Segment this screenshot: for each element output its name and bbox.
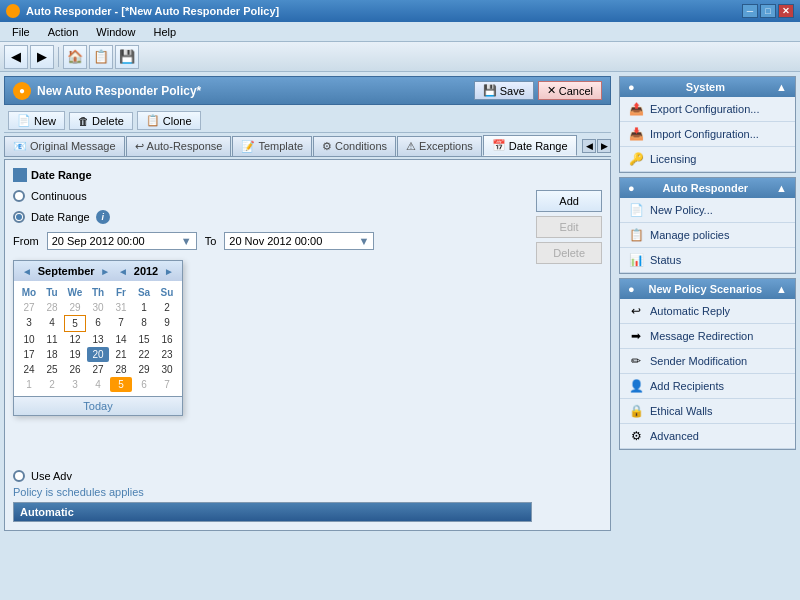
sidebar-item-status[interactable]: 📊 Status <box>620 248 795 273</box>
sidebar-item-ethical-walls[interactable]: 🔒 Ethical Walls <box>620 399 795 424</box>
sidebar-item-new-policy[interactable]: 📄 New Policy... <box>620 198 795 223</box>
cal-cell[interactable]: 7 <box>110 315 132 332</box>
cal-cell[interactable]: 16 <box>156 332 178 347</box>
from-dropdown-arrow[interactable]: ▼ <box>181 235 192 247</box>
cal-cell[interactable]: 21 <box>110 347 132 362</box>
cal-cell[interactable]: 17 <box>18 347 40 362</box>
cal-cell[interactable]: 24 <box>18 362 40 377</box>
autoresponder-collapse-icon[interactable]: ▲ <box>776 182 787 194</box>
cal-cell[interactable]: 10 <box>18 332 40 347</box>
tab-exceptions[interactable]: ⚠ Exceptions <box>397 136 482 156</box>
next-month-btn[interactable]: ► <box>98 266 112 277</box>
today-button[interactable]: Today <box>14 396 182 415</box>
prev-month-btn[interactable]: ◄ <box>20 266 34 277</box>
cal-cell[interactable]: 2 <box>156 300 178 315</box>
cal-cell[interactable]: 28 <box>110 362 132 377</box>
cancel-button[interactable]: ✕ Cancel <box>538 81 602 100</box>
edit-button[interactable]: Edit <box>536 216 602 238</box>
cal-cell[interactable]: 6 <box>133 377 155 392</box>
sidebar-item-add-recipients[interactable]: 👤 Add Recipients <box>620 374 795 399</box>
cal-cell[interactable]: 28 <box>41 300 63 315</box>
system-collapse-icon[interactable]: ▲ <box>776 81 787 93</box>
cal-cell[interactable]: 30 <box>156 362 178 377</box>
sidebar-item-advanced[interactable]: ⚙ Advanced <box>620 424 795 449</box>
cal-cell[interactable]: 8 <box>133 315 155 332</box>
cal-cell[interactable]: 27 <box>18 300 40 315</box>
home-button[interactable]: 🏠 <box>63 45 87 69</box>
cal-cell[interactable]: 18 <box>41 347 63 362</box>
tab-original-message[interactable]: 📧 Original Message <box>4 136 125 156</box>
menu-help[interactable]: Help <box>145 24 184 40</box>
menu-action[interactable]: Action <box>40 24 87 40</box>
cal-cell[interactable]: 6 <box>87 315 109 332</box>
cal-cell-today[interactable]: 5 <box>110 377 132 392</box>
next-year-btn[interactable]: ► <box>162 266 176 277</box>
to-dropdown-arrow[interactable]: ▼ <box>358 235 369 247</box>
cal-cell[interactable]: 30 <box>87 300 109 315</box>
tab-template[interactable]: 📝 Template <box>232 136 312 156</box>
cal-cell[interactable]: 31 <box>110 300 132 315</box>
cal-cell[interactable]: 1 <box>133 300 155 315</box>
info-icon[interactable]: i <box>96 210 110 224</box>
cal-cell[interactable]: 15 <box>133 332 155 347</box>
prev-year-btn[interactable]: ◄ <box>116 266 130 277</box>
cal-cell[interactable]: 13 <box>87 332 109 347</box>
cal-cell[interactable]: 29 <box>64 300 86 315</box>
menu-window[interactable]: Window <box>88 24 143 40</box>
tab-date-range[interactable]: 📅 Date Range <box>483 135 577 156</box>
sidebar-item-export[interactable]: 📤 Export Configuration... <box>620 97 795 122</box>
new-action-button[interactable]: 📄 New <box>8 111 65 130</box>
cal-cell[interactable]: 5 <box>64 315 86 332</box>
tab-conditions[interactable]: ⚙ Conditions <box>313 136 396 156</box>
menu-file[interactable]: File <box>4 24 38 40</box>
tab-prev-btn[interactable]: ◀ <box>582 139 596 153</box>
cal-cell[interactable]: 19 <box>64 347 86 362</box>
cal-cell[interactable]: 29 <box>133 362 155 377</box>
scenarios-collapse-icon[interactable]: ▲ <box>776 283 787 295</box>
sidebar-item-import[interactable]: 📥 Import Configuration... <box>620 122 795 147</box>
save-button[interactable]: 💾 Save <box>474 81 534 100</box>
cal-cell[interactable]: 11 <box>41 332 63 347</box>
sidebar-item-manage-policies[interactable]: 📋 Manage policies <box>620 223 795 248</box>
delete-button[interactable]: Delete <box>536 242 602 264</box>
forward-button[interactable]: ▶ <box>30 45 54 69</box>
maximize-btn[interactable]: □ <box>760 4 776 18</box>
continuous-option[interactable]: Continuous <box>13 190 532 202</box>
cal-cell[interactable]: 9 <box>156 315 178 332</box>
cal-cell[interactable]: 25 <box>41 362 63 377</box>
sidebar-item-sender-modification[interactable]: ✏ Sender Modification <box>620 349 795 374</box>
cal-cell[interactable]: 7 <box>156 377 178 392</box>
window-controls[interactable]: ─ □ ✕ <box>742 4 794 18</box>
cal-cell[interactable]: 26 <box>64 362 86 377</box>
cal-cell[interactable]: 3 <box>64 377 86 392</box>
tab-auto-response[interactable]: ↩ Auto-Response <box>126 136 232 156</box>
clone-action-button[interactable]: 📋 Clone <box>137 111 201 130</box>
from-date-input[interactable]: 20 Sep 2012 00:00 ▼ <box>47 232 197 250</box>
daterange-option[interactable]: Date Range i <box>13 210 532 224</box>
cal-cell[interactable]: 1 <box>18 377 40 392</box>
cal-cell[interactable]: 3 <box>18 315 40 332</box>
add-button[interactable]: Add <box>536 190 602 212</box>
minimize-btn[interactable]: ─ <box>742 4 758 18</box>
cal-cell[interactable]: 27 <box>87 362 109 377</box>
save-toolbar-button[interactable]: 💾 <box>115 45 139 69</box>
cal-cell-selected[interactable]: 20 <box>87 347 109 362</box>
cal-cell[interactable]: 22 <box>133 347 155 362</box>
cal-cell[interactable]: 2 <box>41 377 63 392</box>
continuous-radio[interactable] <box>13 190 25 202</box>
cal-cell[interactable]: 23 <box>156 347 178 362</box>
back-button[interactable]: ◀ <box>4 45 28 69</box>
cal-cell[interactable]: 4 <box>41 315 63 332</box>
sidebar-item-message-redirection[interactable]: ➡ Message Redirection <box>620 324 795 349</box>
cal-cell[interactable]: 4 <box>87 377 109 392</box>
sidebar-item-automatic-reply[interactable]: ↩ Automatic Reply <box>620 299 795 324</box>
use-adv-radio[interactable] <box>13 470 25 482</box>
daterange-radio[interactable] <box>13 211 25 223</box>
to-date-input[interactable]: 20 Nov 2012 00:00 ▼ <box>224 232 374 250</box>
cal-cell[interactable]: 12 <box>64 332 86 347</box>
tab-next-btn[interactable]: ▶ <box>597 139 611 153</box>
policy-button[interactable]: 📋 <box>89 45 113 69</box>
sidebar-item-licensing[interactable]: 🔑 Licensing <box>620 147 795 172</box>
close-btn[interactable]: ✕ <box>778 4 794 18</box>
delete-action-button[interactable]: 🗑 Delete <box>69 112 133 130</box>
